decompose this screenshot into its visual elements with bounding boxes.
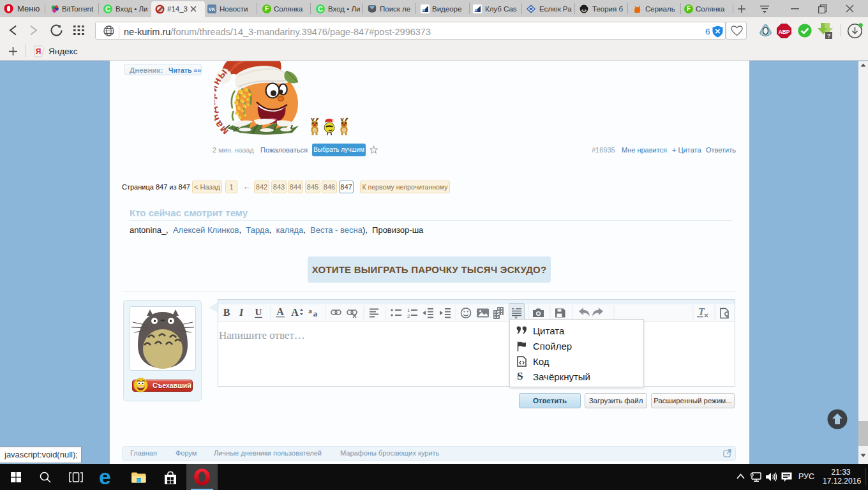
- svg-text:2: 2: [407, 313, 410, 319]
- svg-text:a: a: [313, 309, 318, 318]
- svg-text:U: U: [255, 307, 262, 317]
- svg-text:?: ?: [827, 33, 831, 39]
- svg-text:I: I: [239, 307, 244, 318]
- svg-text:A: A: [291, 307, 299, 318]
- svg-text:a: a: [308, 307, 312, 315]
- svg-text:T: T: [698, 306, 705, 317]
- svg-text:B: B: [223, 307, 230, 318]
- svg-text:A: A: [276, 306, 284, 317]
- svg-text:1: 1: [407, 308, 410, 313]
- svg-text:Я: Я: [36, 47, 41, 56]
- svg-text:мандарины!: мандарины!: [214, 62, 232, 136]
- svg-text:ABP: ABP: [779, 29, 790, 35]
- svg-text:VK: VK: [209, 6, 216, 12]
